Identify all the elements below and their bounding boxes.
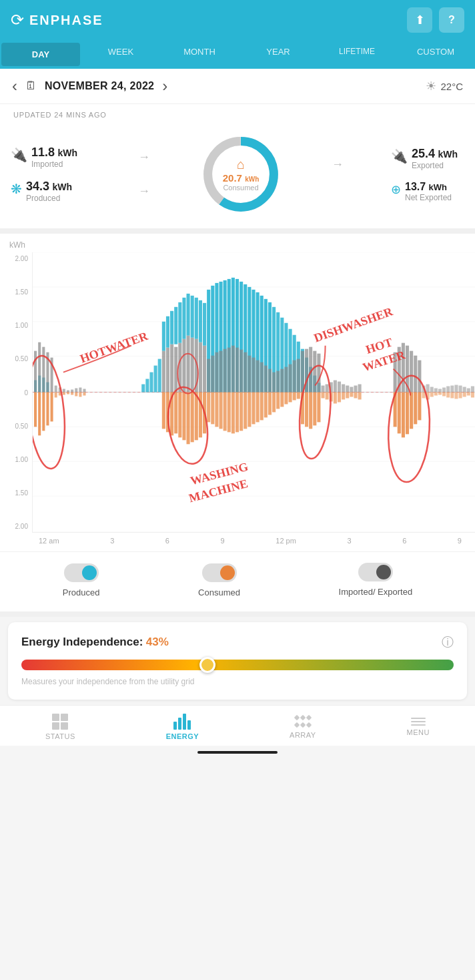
independence-gradient-bar <box>21 660 454 670</box>
consumed-label: Consumed <box>223 184 259 192</box>
svg-rect-59 <box>162 322 165 351</box>
svg-rect-54 <box>187 336 190 393</box>
svg-rect-222 <box>463 393 466 397</box>
svg-rect-58 <box>203 346 206 393</box>
net-icon: ⊕ <box>391 182 401 197</box>
svg-rect-103 <box>231 346 235 393</box>
svg-rect-145 <box>289 364 292 393</box>
svg-rect-182 <box>350 393 353 397</box>
nav-item-energy[interactable]: ENERGY <box>166 714 199 740</box>
svg-rect-46 <box>154 366 157 393</box>
arrow-import: → <box>138 150 150 164</box>
svg-rect-128 <box>268 393 272 415</box>
tab-lifetime[interactable]: LIFETIME <box>318 40 396 69</box>
svg-rect-194 <box>402 393 405 438</box>
svg-rect-51 <box>174 347 177 393</box>
tab-year[interactable]: YEAR <box>239 40 318 69</box>
array-icon <box>295 715 311 728</box>
help-button[interactable]: ? <box>439 7 464 33</box>
svg-rect-209 <box>463 387 466 393</box>
house-icon: ⌂ <box>223 157 259 172</box>
svg-rect-142 <box>276 371 280 393</box>
svg-rect-105 <box>240 350 243 393</box>
svg-rect-64 <box>182 298 185 339</box>
svg-rect-196 <box>410 393 413 429</box>
toggle-consumed-switch[interactable] <box>202 563 237 582</box>
prev-date-button[interactable]: ‹ <box>12 77 17 95</box>
tab-custom[interactable]: CUSTOM <box>396 40 475 69</box>
svg-rect-174 <box>358 385 362 393</box>
arrow-export: → <box>332 158 344 172</box>
toggle-produced-label: Produced <box>63 587 100 597</box>
calendar-icon: 🗓 <box>25 79 37 93</box>
svg-rect-68 <box>199 300 202 342</box>
svg-rect-60 <box>166 316 169 348</box>
svg-rect-66 <box>191 296 194 338</box>
independence-marker <box>199 657 215 673</box>
svg-rect-18 <box>38 342 41 393</box>
weather-icon: ☀ <box>426 79 436 93</box>
independence-percentage: 43% <box>146 636 169 648</box>
x-label-12am: 12 am <box>39 537 59 545</box>
svg-rect-101 <box>223 349 227 393</box>
nav-item-menu[interactable]: MENU <box>407 718 430 736</box>
net-exported-item: ⊕ 13.7 kWh Net Exported <box>391 181 464 202</box>
svg-rect-115 <box>215 393 218 427</box>
x-label-9pm: 9 <box>458 537 462 545</box>
svg-rect-204 <box>442 388 446 393</box>
svg-rect-166 <box>326 385 329 393</box>
updated-bar: UPDATED 24 MINS AGO <box>0 104 475 126</box>
svg-rect-44 <box>145 379 149 393</box>
tab-day[interactable]: DAY <box>1 43 80 66</box>
svg-rect-205 <box>446 387 450 393</box>
svg-rect-30 <box>67 391 69 393</box>
info-icon[interactable]: ⓘ <box>442 634 454 650</box>
svg-rect-114 <box>211 393 214 425</box>
svg-rect-53 <box>182 339 185 393</box>
menu-label: MENU <box>407 728 430 736</box>
energy-independence-section: Energy Independence: 43% ⓘ Measures your… <box>8 622 467 700</box>
svg-rect-214 <box>430 393 434 397</box>
chart-canvas[interactable]: HOTWATER WASHING MACHINE DISHWASHER HOT … <box>32 252 475 533</box>
independence-title-row: Energy Independence: 43% <box>21 636 169 649</box>
svg-rect-122 <box>244 393 247 429</box>
legend-toggles: Produced Consumed Imported/ Exported <box>0 551 475 611</box>
energy-left: 🔌 11.8 kWh Imported ❋ 34.3 kWh Produced <box>11 146 91 203</box>
nav-item-status[interactable]: STATUS <box>45 714 75 740</box>
svg-rect-113 <box>207 393 210 423</box>
svg-rect-217 <box>442 393 446 397</box>
svg-rect-151 <box>313 351 316 393</box>
date-bar: ‹ 🗓 NOVEMBER 24, 2022 › ☀ 22°C <box>0 69 475 104</box>
svg-rect-195 <box>406 393 409 435</box>
energy-summary: 🔌 11.8 kWh Imported ❋ 34.3 kWh Produced … <box>0 126 475 228</box>
tab-week[interactable]: WEEK <box>81 40 160 69</box>
svg-rect-76 <box>187 393 190 445</box>
svg-rect-111 <box>264 366 268 393</box>
svg-rect-121 <box>240 393 243 431</box>
svg-rect-41 <box>79 393 81 397</box>
toggle-imported-exported-switch[interactable] <box>358 563 393 581</box>
x-label-6pm: 6 <box>402 537 406 545</box>
toggle-produced-switch[interactable] <box>64 563 99 582</box>
svg-rect-162 <box>309 393 312 429</box>
grid-import-icon: 🔌 <box>11 147 27 163</box>
svg-rect-211 <box>471 387 474 393</box>
header-actions: ⬆ ? <box>407 7 464 33</box>
svg-rect-197 <box>414 393 417 425</box>
x-axis: 12 am 3 6 9 12 pm 3 6 9 <box>0 533 468 551</box>
svg-rect-49 <box>166 348 169 393</box>
svg-rect-125 <box>256 393 260 423</box>
produced-item: ❋ 34.3 kWh Produced <box>11 180 91 203</box>
svg-rect-169 <box>338 382 341 393</box>
tab-month[interactable]: MONTH <box>160 40 239 69</box>
share-button[interactable]: ⬆ <box>407 7 432 33</box>
chart-area[interactable]: 2.00 1.50 1.00 0.50 0 0.50 1.00 1.50 2.0… <box>0 252 475 533</box>
svg-rect-219 <box>450 393 454 399</box>
svg-rect-62 <box>174 307 177 344</box>
exported-value: 25.4 kWh <box>412 147 458 161</box>
svg-rect-116 <box>219 393 222 429</box>
next-date-button[interactable]: › <box>162 77 167 95</box>
svg-rect-123 <box>248 393 251 427</box>
imported-value: 11.8 kWh <box>31 146 77 160</box>
nav-item-array[interactable]: ARRAY <box>290 715 316 739</box>
